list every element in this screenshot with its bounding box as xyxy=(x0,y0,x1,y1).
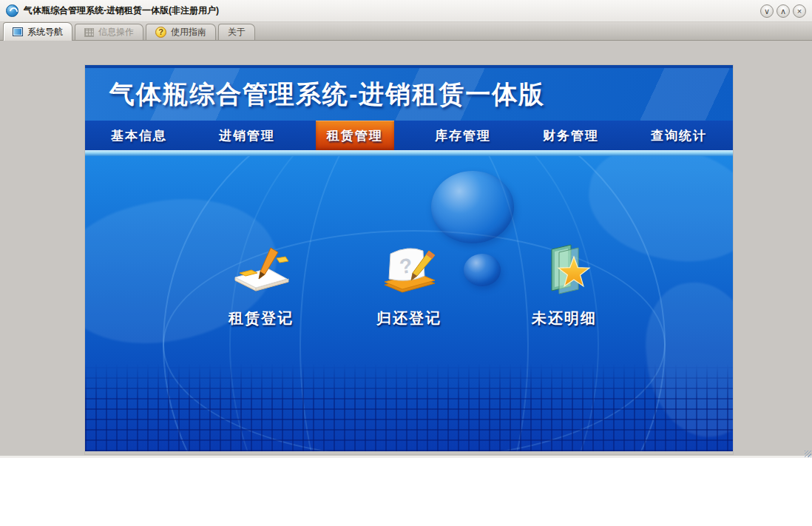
tab-label: 系统导航 xyxy=(27,26,63,38)
rental-register-icon xyxy=(229,242,293,300)
tab-label: 关于 xyxy=(228,26,246,38)
banner-title: 气体瓶综合管理系统-进销租赁一体版 xyxy=(109,78,545,112)
monitor-icon xyxy=(13,27,23,36)
menu-item-finance[interactable]: 财务管理 xyxy=(517,121,625,150)
resize-grip[interactable] xyxy=(805,451,811,457)
panel-body: 租赁登记 ? 归还登记 xyxy=(85,156,733,451)
menu-item-label: 进销管理 xyxy=(208,121,286,150)
water-droplet-decoration xyxy=(464,254,501,286)
return-register-icon: ? xyxy=(377,242,441,300)
maximize-button[interactable]: ∧ xyxy=(777,4,790,18)
tab-bar: 系统导航 信息操作 ? 使用指南 关于 xyxy=(0,22,812,41)
menu-item-purchase-sales[interactable]: 进销管理 xyxy=(193,121,301,150)
shortcut-label: 租赁登记 xyxy=(206,308,317,328)
close-button[interactable]: × xyxy=(793,4,806,18)
shortcut-label: 归还登记 xyxy=(353,308,464,328)
grid-pattern-decoration xyxy=(85,364,733,451)
menu-item-label: 租赁管理 xyxy=(316,121,394,150)
shortcut-label: 未还明细 xyxy=(509,308,620,328)
window-bottom-edge xyxy=(0,456,812,458)
water-droplet-decoration xyxy=(431,171,514,243)
menu-item-rental[interactable]: 租赁管理 xyxy=(301,121,409,150)
menu-item-query-stats[interactable]: 查询统计 xyxy=(625,121,733,150)
menu-item-label: 基本信息 xyxy=(100,121,178,150)
tab-label: 信息操作 xyxy=(98,26,134,38)
banner: 气体瓶综合管理系统-进销租赁一体版 xyxy=(85,65,733,121)
menu-bar: 基本信息 进销管理 租赁管理 库存管理 财务管理 查询统计 xyxy=(85,121,733,150)
tab-info-operations[interactable]: 信息操作 xyxy=(75,24,143,40)
menu-item-label: 库存管理 xyxy=(424,121,502,150)
menu-item-basic-info[interactable]: 基本信息 xyxy=(85,121,193,150)
window-controls: ∨ ∧ × xyxy=(760,4,806,18)
grid-icon xyxy=(84,28,94,37)
tab-system-nav[interactable]: 系统导航 xyxy=(3,22,72,41)
main-panel: 气体瓶综合管理系统-进销租赁一体版 基本信息 进销管理 租赁管理 库存管理 财务… xyxy=(85,65,733,454)
shortcut-unreturned-detail[interactable]: 未还明细 xyxy=(509,242,620,328)
menu-item-inventory[interactable]: 库存管理 xyxy=(409,121,517,150)
app-logo-icon xyxy=(6,4,18,17)
help-icon: ? xyxy=(155,27,166,38)
content-area: 气体瓶综合管理系统-进销租赁一体版 基本信息 进销管理 租赁管理 库存管理 财务… xyxy=(0,41,812,458)
menu-gloss-strip xyxy=(85,150,733,156)
tab-label: 使用指南 xyxy=(171,26,206,38)
shortcut-rental-register[interactable]: 租赁登记 xyxy=(206,242,317,328)
titlebar: 气体瓶综合管理系统-进销租赁一体版(非注册用户) ∨ ∧ × xyxy=(0,0,812,22)
menu-item-label: 查询统计 xyxy=(640,121,718,150)
minimize-button[interactable]: ∨ xyxy=(760,4,774,18)
window-title: 气体瓶综合管理系统-进销租赁一体版(非注册用户) xyxy=(24,4,219,17)
menu-item-label: 财务管理 xyxy=(532,121,610,150)
unreturned-detail-icon xyxy=(532,242,596,300)
tab-about[interactable]: 关于 xyxy=(218,24,255,40)
shortcut-return-register[interactable]: ? 归还登记 xyxy=(353,242,464,328)
tab-user-guide[interactable]: ? 使用指南 xyxy=(146,24,216,40)
app-window: 气体瓶综合管理系统-进销租赁一体版(非注册用户) ∨ ∧ × 系统导航 信息操作… xyxy=(0,0,812,458)
